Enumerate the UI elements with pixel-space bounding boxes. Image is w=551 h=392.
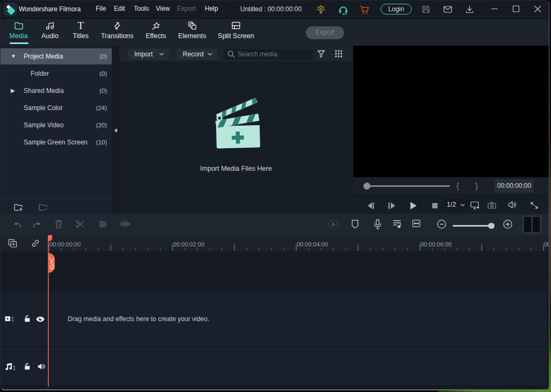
svg-text:1: 1 (11, 316, 14, 322)
svg-text:1: 1 (12, 365, 16, 371)
